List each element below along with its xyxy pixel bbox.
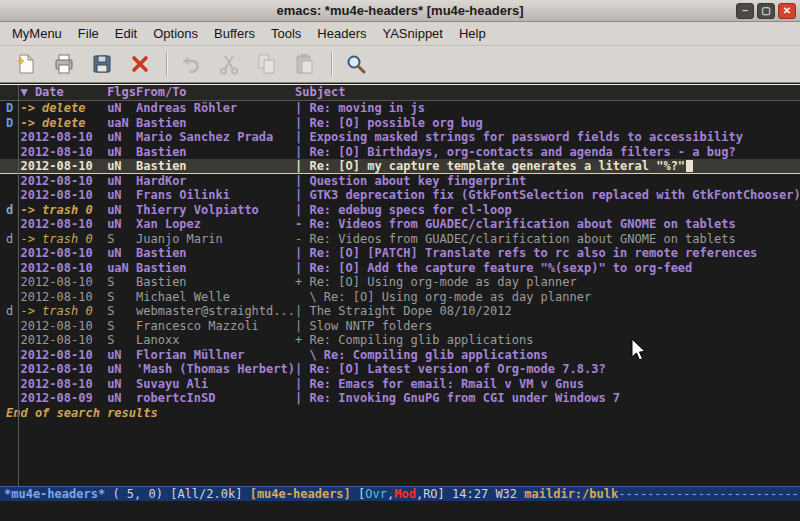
message-date: 2012-08-10: [20, 290, 107, 305]
column-header-flags[interactable]: Flgs: [107, 85, 136, 100]
search-icon: [344, 52, 368, 76]
text-cursor: [686, 160, 693, 172]
new-file-button[interactable]: [10, 49, 42, 79]
subject-text: | Re: Emacs for email: Rmail v VM v Gnus: [295, 377, 584, 391]
subject-text: | Re: Invoking GnuPG from CGI under Wind…: [295, 391, 620, 405]
message-flags: uN: [107, 377, 136, 392]
message-list: D -> delete uN Andreas Röhler | Re: movi…: [0, 101, 800, 406]
message-row[interactable]: 2012-08-10 S Bastien + Re: [O] Using org…: [0, 275, 800, 290]
message-subject: | Re: [O] Add the capture feature "%(sex…: [295, 261, 800, 276]
new-file-icon: [14, 52, 38, 76]
modeline-overwrite: Ovr: [365, 487, 387, 501]
message-flags: uN: [107, 203, 136, 218]
message-row[interactable]: 2012-08-09 uN robertcInSD | Re: Invoking…: [0, 391, 800, 406]
message-row[interactable]: 2012-08-10 uN Bastien | Re: [O] Birthday…: [0, 145, 800, 160]
column-header-subject[interactable]: Subject: [295, 85, 800, 100]
menu-mymenu[interactable]: MyMenu: [4, 23, 70, 44]
message-subject: | GTK3 deprecation fix (GtkFontSelection…: [295, 188, 800, 203]
message-from: Andreas Röhler: [136, 101, 295, 116]
paste-icon: [293, 52, 317, 76]
kill-buffer-button[interactable]: [124, 49, 156, 79]
subject-text: | Re: [O] Birthdays, org-contacts and ag…: [295, 145, 736, 159]
message-row[interactable]: 2012-08-10 uN HardKor | Question about k…: [0, 174, 800, 189]
column-header-date[interactable]: ▼ Date: [20, 85, 107, 100]
paste-button[interactable]: [289, 49, 321, 79]
print-button[interactable]: [48, 49, 80, 79]
echo-area[interactable]: [0, 501, 800, 521]
message-row[interactable]: 2012-08-10 uaN Bastien | Re: [O] Add the…: [0, 261, 800, 276]
message-row[interactable]: 2012-08-10 uN Xan Lopez - Re: Videos fro…: [0, 217, 800, 232]
message-row[interactable]: d -> trash 0 S Juanjo Marin - Re: Videos…: [0, 232, 800, 247]
message-row[interactable]: 2012-08-10 S Michael Welle \ Re: [O] Usi…: [0, 290, 800, 305]
modeline-modified[interactable]: Mod: [394, 487, 416, 501]
menu-tools[interactable]: Tools: [263, 23, 309, 44]
message-subject: - Re: Videos from GUADEC/clarification a…: [295, 217, 800, 232]
message-row[interactable]: 2012-08-10 uN Bastien | Re: [O] my captu…: [0, 159, 800, 174]
message-flags: uN: [107, 174, 136, 189]
menu-edit[interactable]: Edit: [107, 23, 145, 44]
message-flags: S: [107, 319, 136, 334]
subject-text: | Re: [O] Latest version of Org-mode 7.8…: [295, 362, 606, 376]
subject-text: | Slow NNTP folders: [295, 319, 432, 333]
message-subject: | Re: [O] possible org bug: [295, 116, 800, 131]
subject-text: | GTK3 deprecation fix (GtkFontSelection…: [295, 188, 800, 202]
message-row[interactable]: 2012-08-10 S Lanoxx + Re: Compiling glib…: [0, 333, 800, 348]
message-row[interactable]: 2012-08-10 S Francesco Mazzoli | Slow NN…: [0, 319, 800, 334]
message-flags: uN: [107, 101, 136, 116]
message-row[interactable]: 2012-08-10 uN Bastien | Re: [O] [PATCH] …: [0, 246, 800, 261]
message-date: 2012-08-10: [20, 159, 107, 174]
message-flags: uN: [107, 145, 136, 160]
end-of-results: End of search results: [0, 406, 800, 421]
message-row[interactable]: 2012-08-10 uN Mario Sanchez Prada | Expo…: [0, 130, 800, 145]
save-button[interactable]: [86, 49, 118, 79]
menu-yasnippet[interactable]: YASnippet: [374, 23, 450, 44]
message-subject: | Re: [O] [PATCH] Translate refs to rc a…: [295, 246, 800, 261]
undo-icon: [179, 52, 203, 76]
menu-options[interactable]: Options: [145, 23, 206, 44]
message-row[interactable]: D -> delete uN Andreas Röhler | Re: movi…: [0, 101, 800, 116]
left-scrollbar[interactable]: [18, 85, 19, 486]
menu-headers[interactable]: Headers: [309, 23, 374, 44]
message-date: 2012-08-10: [20, 333, 107, 348]
message-from: Juanjo Marin: [136, 232, 295, 247]
titlebar[interactable]: emacs: *mu4e-headers* [mu4e-headers] – ▢…: [0, 0, 800, 22]
message-subject: | Exposing masked strings for password f…: [295, 130, 800, 145]
copy-button[interactable]: [251, 49, 283, 79]
menu-help[interactable]: Help: [451, 23, 494, 44]
message-row[interactable]: d -> trash 0 S webmaster@straightd... | …: [0, 304, 800, 319]
minimize-button[interactable]: –: [736, 3, 754, 19]
modeline-major-mode[interactable]: [mu4e-headers]: [250, 487, 358, 501]
message-subject: | Re: [O] Birthdays, org-contacts and ag…: [295, 145, 800, 160]
message-from: Florian Müllner: [136, 348, 295, 363]
message-subject: \ Re: Compiling glib applications: [295, 348, 800, 363]
message-row[interactable]: D -> delete uaN Bastien | Re: [O] possib…: [0, 116, 800, 131]
search-button[interactable]: [340, 49, 372, 79]
message-from: Bastien: [136, 116, 295, 131]
close-button[interactable]: ✕: [778, 3, 796, 19]
message-row[interactable]: 2012-08-10 uN Florian Müllner \ Re: Comp…: [0, 348, 800, 363]
message-row[interactable]: 2012-08-10 uN 'Mash (Thomas Herbert) | R…: [0, 362, 800, 377]
message-subject: | Question about key fingerprint: [295, 174, 800, 189]
message-date: 2012-08-10: [20, 348, 107, 363]
subject-text: | Re: edebug specs for cl-loop: [295, 203, 512, 217]
message-from: Thierry Volpiatto: [136, 203, 295, 218]
message-from: HardKor: [136, 174, 295, 189]
column-header-from[interactable]: From/To: [136, 85, 295, 100]
message-flags: uN: [107, 362, 136, 377]
message-row[interactable]: 2012-08-10 uN Suvayu Ali | Re: Emacs for…: [0, 377, 800, 392]
undo-button[interactable]: [175, 49, 207, 79]
message-row[interactable]: 2012-08-10 uN Frans Oilinki | GTK3 depre…: [0, 188, 800, 203]
message-date: -> delete: [20, 101, 107, 116]
message-row[interactable]: d -> trash 0 uN Thierry Volpiatto | Re: …: [0, 203, 800, 218]
cut-button[interactable]: [213, 49, 245, 79]
maximize-button[interactable]: ▢: [757, 3, 775, 19]
message-flags: uaN: [107, 261, 136, 276]
message-subject: | Re: moving in js: [295, 101, 800, 116]
message-date: -> trash 0: [20, 304, 107, 319]
subject-text: | Question about key fingerprint: [295, 174, 526, 188]
message-from: Bastien: [136, 145, 295, 160]
menu-file[interactable]: File: [70, 23, 107, 44]
message-subject: + Re: Compiling glib applications: [295, 333, 800, 348]
subject-text: | Re: [O] possible org bug: [295, 116, 483, 130]
menu-buffers[interactable]: Buffers: [206, 23, 263, 44]
